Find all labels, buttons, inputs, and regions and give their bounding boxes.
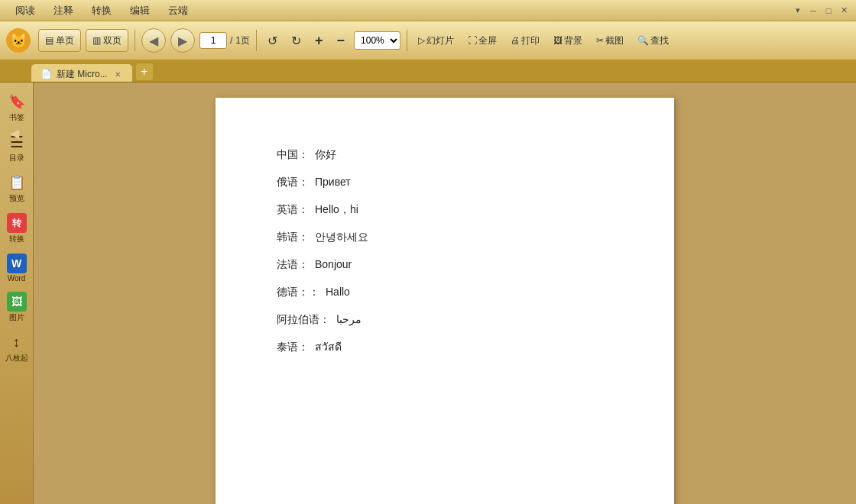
window-controls: ▾ ─ □ ✕ [792, 5, 850, 17]
convert-icon: 转 [7, 213, 27, 233]
doc-label: 泰语： [277, 336, 309, 357]
undo-btn[interactable]: ↺ [263, 29, 282, 52]
crop-btn[interactable]: ✂ 截图 [592, 29, 628, 52]
menu-convert[interactable]: 转换 [83, 2, 121, 19]
new-tab-btn[interactable]: + [136, 63, 153, 80]
document-area: 中国：你好俄语：Привет英语：Hello，hi韩语：안녕하세요法语：Bonj… [34, 82, 856, 504]
doc-label: 韩语： [277, 226, 309, 247]
main-area: 🔖 书签 ☰ 目录 📋 预览 转 转换 W Word 🖼 图片 ↕ 八枚起 [0, 82, 856, 504]
doc-line: 泰语：สวัสดี [277, 336, 613, 357]
close-btn[interactable]: ✕ [838, 5, 850, 17]
page-separator: / [230, 35, 232, 46]
sidebar-item-convert[interactable]: 转 转换 [2, 210, 32, 247]
tab-close-btn[interactable]: ✕ [112, 69, 123, 79]
background-icon: 🖼 [553, 35, 563, 46]
single-page-label: 单页 [56, 34, 74, 47]
sep1 [135, 30, 135, 51]
sidebar-item-bookmark[interactable]: 🔖 书签 [2, 89, 32, 126]
fullscreen-label: 全屏 [478, 34, 497, 47]
document-scroll[interactable]: 中国：你好俄语：Привет英语：Hello，hi韩语：안녕하세요法语：Bonj… [34, 82, 856, 504]
active-tab[interactable]: 📄 新建 Micro... ✕ [31, 63, 133, 82]
settings-btn[interactable]: ▾ [792, 5, 804, 17]
doc-line: 英语：Hello，hi [277, 199, 613, 220]
doc-value: 你好 [315, 144, 336, 165]
doc-value: Bonjour [315, 254, 352, 275]
bookmark-icon: 🔖 [7, 92, 27, 111]
undo-icon: ↺ [268, 34, 277, 48]
double-page-label: 双页 [103, 34, 122, 47]
find-label: 查找 [650, 34, 669, 47]
sidebar-item-word[interactable]: W Word [2, 250, 32, 286]
zoom-select[interactable]: 100% 75% 125% 150% [354, 31, 400, 50]
single-page-btn[interactable]: ▤ 单页 [38, 29, 81, 52]
print-label: 打印 [521, 34, 540, 47]
redo-icon: ↻ [291, 34, 301, 48]
page-number-input[interactable] [199, 32, 227, 49]
redo-btn[interactable]: ↻ [287, 29, 306, 52]
doc-value: สวัสดี [315, 336, 342, 357]
doc-label: 中国： [277, 144, 309, 165]
tab-back-btn[interactable]: ◀ [3, 124, 26, 142]
menu-cloud[interactable]: 云端 [159, 2, 197, 19]
doc-line: 德语：：Hallo [277, 281, 613, 302]
find-icon: 🔍 [637, 35, 649, 46]
tab-doc-icon: 📄 [41, 69, 52, 79]
maximize-btn[interactable]: □ [822, 5, 835, 17]
word-label: Word [8, 274, 26, 283]
page-control: / 1页 [199, 32, 250, 49]
convert-label: 转换 [9, 234, 24, 244]
updown-icon: ↕ [7, 332, 27, 352]
slideshow-btn[interactable]: ▷ 幻灯片 [413, 29, 459, 52]
slideshow-label: 幻灯片 [426, 34, 454, 47]
slideshow-icon: ▷ [418, 35, 425, 46]
doc-value: مرحبا [336, 309, 362, 330]
find-btn[interactable]: 🔍 查找 [633, 29, 673, 52]
single-page-icon: ▤ [45, 35, 54, 46]
updown-label: 八枚起 [5, 353, 28, 363]
doc-line: 阿拉伯语：مرحبا [277, 309, 613, 330]
preview-icon: 📋 [7, 173, 27, 192]
crop-icon: ✂ [596, 35, 604, 46]
fullscreen-icon: ⛶ [468, 35, 477, 46]
bookmark-label: 书签 [9, 112, 24, 123]
preview-label: 预览 [9, 193, 24, 204]
toolbar: 🐱 ▤ 单页 ▥ 双页 ◀ ▶ / 1页 ↺ ↻ + − 100% 75% 12… [0, 21, 856, 61]
tab-title: 新建 Micro... [57, 68, 108, 81]
zoom-in-btn[interactable]: + [310, 29, 328, 52]
doc-value: Hello，hi [315, 199, 358, 220]
document-page: 中国：你好俄语：Привет英语：Hello，hi韩语：안녕하세요法语：Bonj… [216, 98, 674, 504]
doc-line: 中国：你好 [277, 144, 613, 165]
back-btn[interactable]: ◀ [141, 28, 166, 53]
tabbar: ◀ 📄 新建 Micro... ✕ + [0, 61, 856, 82]
word-icon: W [7, 254, 27, 273]
zoom-out-icon: − [337, 33, 345, 49]
doc-label: 德语：： [277, 281, 319, 302]
sidebar-item-image[interactable]: 🖼 图片 [2, 289, 32, 326]
doc-value: Привет [315, 171, 351, 192]
sidebar-item-preview[interactable]: 📋 预览 [2, 170, 32, 207]
background-btn[interactable]: 🖼 背景 [549, 29, 587, 52]
sidebar-item-updown[interactable]: ↕ 八枚起 [2, 329, 32, 367]
contents-label: 目录 [9, 153, 24, 163]
doc-label: 俄语： [277, 171, 309, 192]
fullscreen-btn[interactable]: ⛶ 全屏 [463, 29, 501, 52]
doc-line: 法语：Bonjour [277, 254, 613, 275]
menu-annotate[interactable]: 注释 [44, 2, 83, 19]
image-label: 图片 [9, 312, 24, 323]
crop-label: 截图 [605, 34, 624, 47]
menu-edit[interactable]: 编辑 [121, 2, 159, 19]
doc-line: 俄语：Привет [277, 171, 613, 192]
zoom-out-btn[interactable]: − [332, 29, 350, 52]
sep3 [407, 30, 407, 51]
minimize-btn[interactable]: ─ [807, 5, 819, 17]
sep2 [256, 30, 257, 51]
image-icon: 🖼 [7, 292, 27, 312]
print-icon: 🖨 [511, 35, 520, 46]
doc-line: 韩语：안녕하세요 [277, 226, 613, 247]
sidebar: 🔖 书签 ☰ 目录 📋 预览 转 转换 W Word 🖼 图片 ↕ 八枚起 [0, 82, 34, 504]
double-page-btn[interactable]: ▥ 双页 [86, 29, 128, 52]
menu-read[interactable]: 阅读 [6, 2, 44, 19]
print-btn[interactable]: 🖨 打印 [506, 29, 544, 52]
forward-btn[interactable]: ▶ [170, 28, 195, 53]
doc-label: 英语： [277, 199, 309, 220]
